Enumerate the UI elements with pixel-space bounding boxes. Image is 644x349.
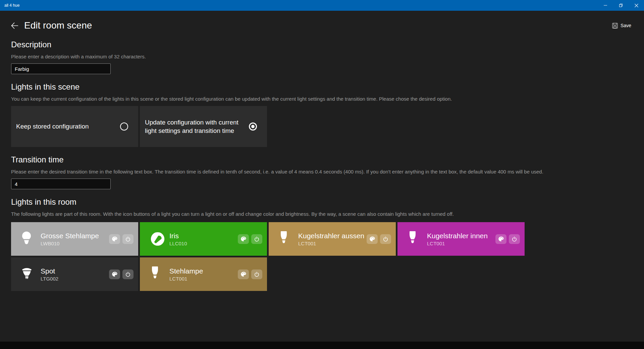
back-button[interactable] (10, 21, 19, 30)
app-title: all 4 hue (0, 3, 19, 8)
light-model: LCT001 (298, 241, 364, 246)
power-icon (125, 236, 131, 242)
option-update-configuration[interactable]: Update configuration with current light … (140, 106, 267, 147)
description-hint: Please enter a description with a maximu… (11, 54, 633, 59)
power-toggle-button[interactable] (380, 234, 391, 244)
page-title: Edit room scene (24, 20, 92, 31)
save-icon (612, 23, 618, 29)
iris-lamp-icon (151, 231, 166, 247)
save-button[interactable]: Save (612, 23, 631, 29)
restore-icon (619, 3, 623, 7)
save-label: Save (621, 23, 631, 28)
palette-icon (369, 236, 375, 242)
window-controls (598, 0, 644, 11)
scene-lights-hint: You can keep the current configuration o… (11, 96, 633, 102)
light-name: Stehlampe (169, 267, 235, 275)
lights-grid: Grosse Stehlampe LWB010 Iris LLC010 (11, 222, 528, 291)
power-icon (254, 236, 260, 242)
light-model: LCT001 (427, 241, 493, 246)
color-brightness-button[interactable] (238, 269, 249, 279)
bulb-hue-icon (408, 231, 424, 247)
color-brightness-button[interactable] (109, 269, 120, 279)
bulb-hue-icon (279, 231, 295, 247)
light-name: Kugelstrahler innen (427, 232, 493, 240)
spot-gu10-icon (22, 266, 37, 282)
light-name: Kugelstrahler aussen (298, 232, 364, 240)
color-brightness-button[interactable] (238, 234, 249, 244)
power-icon (254, 271, 260, 277)
transition-time-input[interactable] (11, 179, 111, 189)
option-keep-stored-configuration[interactable]: Keep stored configuration (11, 106, 138, 147)
scene-lights-heading: Lights in this scene (11, 82, 633, 92)
bulb-hue-icon (151, 266, 166, 282)
power-icon (383, 236, 388, 242)
room-lights-hint: The following lights are part of this ro… (11, 211, 633, 217)
light-model: LWB010 (41, 241, 107, 246)
power-toggle-button[interactable] (509, 234, 520, 244)
option-label: Keep stored configuration (16, 122, 120, 131)
minimize-icon (604, 4, 607, 7)
configuration-options: Keep stored configuration Update configu… (11, 106, 633, 147)
radio-button[interactable] (120, 122, 128, 131)
light-tile[interactable]: Kugelstrahler innen LCT001 (397, 222, 525, 256)
description-input[interactable] (11, 63, 111, 74)
minimize-button[interactable] (598, 0, 613, 11)
transition-time-heading: Transition time (11, 155, 633, 164)
palette-icon (112, 236, 118, 242)
bulb-classic-icon (22, 231, 37, 247)
page-header: Edit room scene Save (0, 19, 644, 32)
light-tile[interactable]: Iris LLC010 (140, 222, 267, 256)
bottom-bar (0, 342, 644, 349)
palette-icon (498, 236, 504, 242)
power-icon (512, 236, 517, 242)
light-model: LCT001 (169, 276, 235, 282)
back-arrow-icon (11, 22, 18, 30)
light-tile[interactable]: Grosse Stehlampe LWB010 (11, 222, 138, 256)
palette-icon (240, 236, 247, 242)
light-name: Spot (41, 267, 107, 275)
power-toggle-button[interactable] (251, 269, 262, 279)
close-icon (635, 4, 638, 7)
color-brightness-button[interactable] (495, 234, 506, 244)
description-heading: Description (11, 40, 633, 49)
color-brightness-button[interactable] (367, 234, 378, 244)
radio-button[interactable] (249, 122, 257, 131)
light-model: LTG002 (41, 276, 107, 282)
transition-time-hint: Please enter the desired transition time… (11, 169, 633, 174)
power-toggle-button[interactable] (251, 234, 262, 244)
titlebar: all 4 hue (0, 0, 644, 11)
light-name: Grosse Stehlampe (41, 232, 107, 240)
light-model: LLC010 (169, 241, 235, 246)
power-toggle-button[interactable] (122, 234, 133, 244)
light-tile[interactable]: Stehlampe LCT001 (140, 257, 267, 291)
room-lights-heading: Lights in this room (11, 197, 633, 207)
restore-button[interactable] (613, 0, 629, 11)
power-toggle-button[interactable] (122, 269, 133, 279)
option-label: Update configuration with current light … (145, 118, 249, 135)
light-name: Iris (169, 232, 235, 240)
close-button[interactable] (629, 0, 644, 11)
palette-icon (112, 271, 118, 277)
light-tile[interactable]: Kugelstrahler aussen LCT001 (269, 222, 396, 256)
color-brightness-button[interactable] (109, 234, 120, 244)
light-tile[interactable]: Spot LTG002 (11, 257, 138, 291)
palette-icon (240, 271, 247, 277)
power-icon (125, 271, 131, 277)
